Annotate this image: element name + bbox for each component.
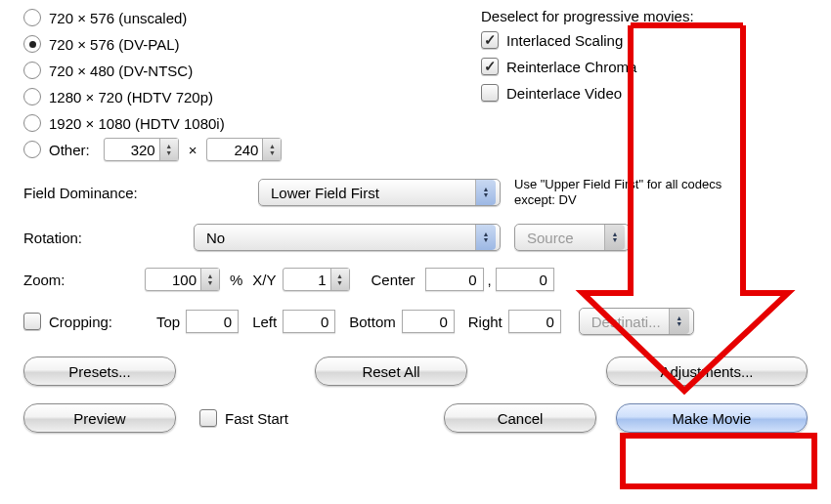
checkbox-reinterlace-chroma[interactable]: [481, 58, 499, 75]
zoom-stepper[interactable]: ▲▼: [145, 268, 220, 291]
rotation-source-value: Source: [527, 230, 574, 246]
radio-1920x1080-hdtv1080i[interactable]: [23, 114, 41, 132]
radio-other[interactable]: [23, 141, 41, 158]
field-dominance-select[interactable]: Lower Field First ▲▼: [258, 179, 501, 206]
cancel-button-label: Cancel: [498, 410, 544, 427]
stepper-arrows-icon[interactable]: ▲▼: [330, 269, 349, 290]
radio-1280x720-hdtv720p[interactable]: [23, 88, 41, 105]
zoom-center-label: Center: [372, 272, 416, 288]
cropping-left-input[interactable]: [283, 310, 335, 333]
zoom-label: Zoom:: [23, 272, 131, 288]
cropping-bottom-label: Bottom: [349, 314, 396, 330]
zoom-center-sep: ,: [488, 272, 492, 288]
rotation-label: Rotation:: [23, 230, 154, 246]
zoom-input[interactable]: [146, 272, 200, 288]
cropping-top-label: Top: [156, 314, 180, 330]
deinterlace-video-label: Deinterlace Video: [506, 85, 622, 102]
cropping-right-label: Right: [468, 314, 503, 330]
field-dominance-label: Field Dominance:: [23, 185, 154, 201]
checkbox-interlaced-scaling[interactable]: [481, 31, 499, 49]
rotation-select[interactable]: No ▲▼: [194, 224, 501, 251]
presets-button-label: Presets...: [68, 363, 130, 380]
other-height-stepper[interactable]: ▲▼: [206, 138, 282, 161]
field-dominance-hint: Use "Upper Field First" for all codecs e…: [514, 177, 739, 208]
resolution-label: 720 × 480 (DV-NTSC): [49, 63, 193, 79]
resolution-label: 720 × 576 (DV-PAL): [49, 36, 180, 53]
chevron-updown-icon: ▲▼: [475, 225, 496, 250]
stepper-arrows-icon[interactable]: ▲▼: [262, 139, 281, 160]
resolution-label: 1280 × 720 (HDTV 720p): [49, 89, 213, 105]
reinterlace-chroma-label: Reinterlace Chroma: [506, 59, 636, 75]
zoom-center-y[interactable]: [496, 268, 554, 291]
cropping-destination-select[interactable]: Destinati... ▲▼: [579, 308, 694, 335]
radio-720x480-dvntsc[interactable]: [23, 62, 41, 79]
progressive-heading: Deselect for progressive movies:: [481, 8, 694, 24]
cropping-top-input[interactable]: [186, 310, 239, 333]
stepper-arrows-icon[interactable]: ▲▼: [200, 269, 219, 290]
preview-button-label: Preview: [73, 410, 125, 427]
stepper-arrows-icon[interactable]: ▲▼: [159, 139, 178, 160]
other-label: Other:: [49, 142, 90, 158]
preview-button[interactable]: Preview: [23, 403, 176, 433]
cropping-left-label: Left: [252, 314, 277, 330]
times-label: ×: [189, 142, 197, 158]
cropping-right-input[interactable]: [508, 310, 561, 333]
zoom-xy-input[interactable]: [284, 272, 330, 288]
cropping-bottom-input[interactable]: [402, 310, 455, 333]
zoom-center-x[interactable]: [425, 268, 484, 291]
rotation-value: No: [206, 230, 225, 246]
zoom-xy-label: X/Y: [252, 272, 276, 288]
cancel-button[interactable]: Cancel: [444, 403, 596, 433]
resolution-label: 1920 × 1080 (HDTV 1080i): [49, 115, 225, 132]
adjustments-button-label: Adjustments...: [660, 363, 753, 380]
make-movie-button[interactable]: Make Movie: [616, 403, 808, 433]
cropping-label: Cropping:: [49, 314, 143, 330]
zoom-xy-stepper[interactable]: ▲▼: [283, 268, 350, 291]
checkbox-deinterlace-video[interactable]: [481, 84, 499, 102]
chevron-updown-icon: ▲▼: [604, 225, 625, 250]
rotation-source-select[interactable]: Source ▲▼: [514, 224, 630, 251]
interlaced-scaling-label: Interlaced Scaling: [506, 32, 623, 49]
checkbox-fast-start[interactable]: [199, 409, 217, 427]
checkbox-cropping[interactable]: [23, 313, 41, 330]
field-dominance-value: Lower Field First: [271, 185, 379, 201]
other-height-input[interactable]: [207, 142, 262, 158]
other-width-input[interactable]: [105, 142, 159, 158]
zoom-percent: %: [230, 272, 242, 288]
chevron-updown-icon: ▲▼: [475, 180, 496, 205]
adjustments-button[interactable]: Adjustments...: [606, 357, 808, 386]
other-width-stepper[interactable]: ▲▼: [104, 138, 179, 161]
chevron-updown-icon: ▲▼: [669, 309, 689, 334]
reset-all-button-label: Reset All: [362, 363, 419, 380]
cropping-destination-value: Destinati...: [591, 314, 661, 330]
fast-start-label: Fast Start: [225, 410, 288, 427]
radio-720x576-dvpal[interactable]: [23, 35, 41, 53]
svg-rect-1: [623, 436, 814, 486]
radio-720x576-unscaled[interactable]: [23, 9, 41, 26]
make-movie-button-label: Make Movie: [673, 410, 752, 427]
reset-all-button[interactable]: Reset All: [315, 357, 467, 386]
presets-button[interactable]: Presets...: [23, 357, 176, 386]
resolution-label: 720 × 576 (unscaled): [49, 10, 187, 26]
